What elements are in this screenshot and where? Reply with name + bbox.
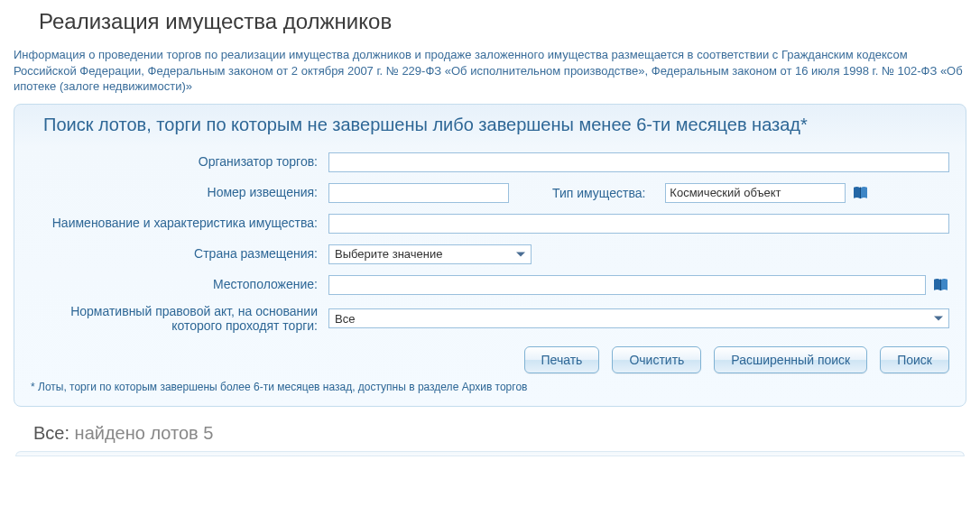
- advanced-search-button[interactable]: Расширенный поиск: [714, 346, 867, 373]
- svg-rect-1: [940, 279, 941, 290]
- country-select[interactable]: Выберите значение: [328, 244, 532, 264]
- results-panel-top: [15, 451, 965, 456]
- footnote: * Лоты, торги по которым завершены более…: [31, 381, 949, 393]
- legal-act-select[interactable]: Все: [328, 308, 949, 328]
- label-organizer: Организатор торгов:: [31, 154, 328, 170]
- results-count: 5: [203, 423, 213, 443]
- clear-button[interactable]: Очистить: [612, 346, 701, 373]
- results-label: Все:: [33, 423, 69, 443]
- legal-act-select-value: Все: [335, 312, 355, 326]
- svg-rect-0: [860, 187, 861, 198]
- property-type-input[interactable]: [665, 183, 846, 203]
- label-notice-number: Номер извещения:: [31, 185, 328, 201]
- label-country: Страна размещения:: [31, 246, 328, 262]
- label-property-name: Наименование и характеристика имущества:: [31, 216, 328, 231]
- location-input[interactable]: [328, 275, 926, 295]
- results-heading: Все: найдено лотов 5: [33, 423, 966, 444]
- info-text: Информация о проведении торгов по реализ…: [14, 47, 966, 95]
- label-property-type: Тип имущества:: [516, 186, 658, 200]
- search-button[interactable]: Поиск: [880, 346, 949, 373]
- print-button[interactable]: Печать: [524, 346, 600, 373]
- organizer-input[interactable]: [328, 152, 949, 172]
- button-row: Печать Очистить Расширенный поиск Поиск: [31, 346, 949, 373]
- results-found-text: найдено лотов: [75, 423, 199, 443]
- label-location: Местоположение:: [31, 277, 328, 293]
- label-legal-act: Нормативный правовой акт, на основании к…: [31, 304, 328, 335]
- page-title: Реализация имущества должников: [39, 9, 966, 34]
- search-panel: Поиск лотов, торги по которым не заверше…: [14, 104, 966, 408]
- chevron-down-icon: [934, 317, 943, 321]
- country-select-value: Выберите значение: [335, 247, 442, 261]
- book-icon[interactable]: [933, 278, 949, 292]
- notice-number-input[interactable]: [328, 183, 509, 203]
- property-name-input[interactable]: [328, 214, 949, 234]
- book-icon[interactable]: [853, 186, 869, 200]
- chevron-down-icon: [516, 252, 525, 256]
- panel-title: Поиск лотов, торги по которым не заверше…: [31, 114, 949, 136]
